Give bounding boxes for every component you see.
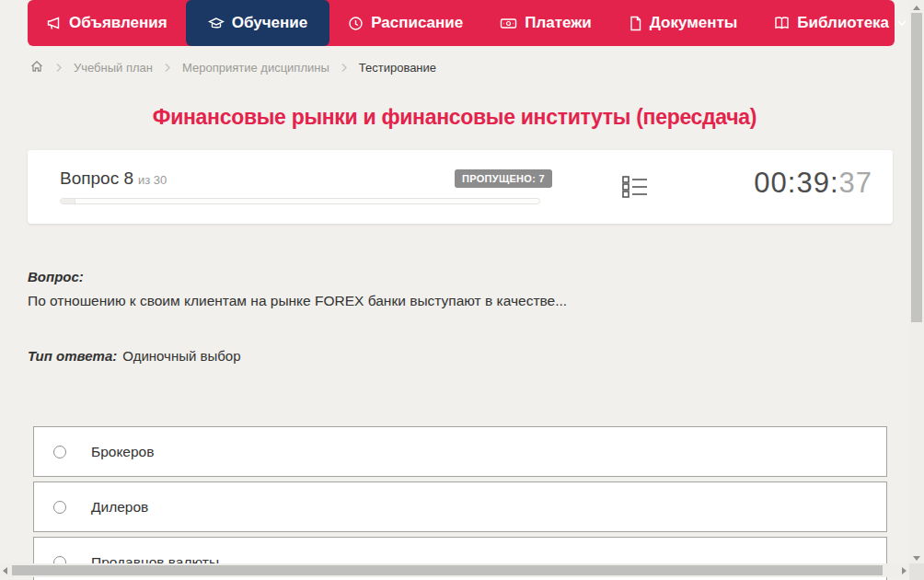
scrollbar-corner — [909, 563, 924, 580]
horizontal-scrollbar-thumb[interactable] — [12, 565, 883, 575]
scroll-right-icon[interactable] — [902, 567, 907, 574]
library-book-icon — [774, 16, 790, 30]
nav-item-label: Документы — [650, 14, 738, 32]
timer-seconds: 37 — [839, 167, 872, 199]
nav-item-label: Платежи — [525, 14, 592, 32]
nav-item-label: Расписание — [371, 14, 463, 32]
radio-button[interactable] — [53, 501, 66, 514]
answer-option-label: Брокеров — [91, 444, 154, 460]
answer-type-value: Одиночный выбор — [122, 348, 240, 364]
question-text: По отношению к своим клиентам на рынке F… — [28, 293, 884, 309]
answer-option-dealers[interactable]: Дилеров — [33, 481, 887, 532]
timer: 00:39:37 — [754, 167, 872, 200]
nav-item-payments[interactable]: Платежи — [481, 0, 610, 46]
nav-item-label: Библиотека — [797, 14, 889, 32]
question-number: Вопрос 8из 30 — [60, 168, 167, 189]
answer-options: Брокеров Дилеров Продавцов валюты — [33, 426, 887, 580]
question-label: Вопрос: — [28, 269, 84, 284]
breadcrumb-separator-icon — [164, 63, 171, 73]
question-number-label: Вопрос 8 — [60, 168, 133, 188]
megaphone-icon — [46, 16, 62, 31]
chevron-down-icon — [896, 19, 907, 27]
nav-item-documents[interactable]: Документы — [610, 0, 757, 46]
breadcrumb-item-testing: Тестирование — [359, 61, 436, 75]
nav-item-library[interactable]: Библиотека — [756, 0, 924, 46]
skipped-badge: ПРОПУЩЕНО: 7 — [455, 169, 552, 188]
page-title: Финансовые рынки и финансовые институты … — [0, 105, 909, 130]
nav-item-announcements[interactable]: Объявления — [28, 0, 186, 46]
nav-item-label: Обучение — [232, 14, 307, 32]
timer-minutes: 00:39: — [754, 167, 838, 199]
question-total: из 30 — [138, 173, 167, 187]
test-progress-bar — [60, 198, 540, 204]
breadcrumb-separator-icon — [341, 63, 348, 73]
clock-icon — [348, 16, 364, 31]
home-icon[interactable] — [29, 59, 44, 76]
main-navbar: Объявления Обучение Расписание — [28, 0, 895, 46]
radio-button[interactable] — [53, 446, 66, 458]
scroll-up-icon[interactable] — [913, 6, 920, 10]
graduation-cap-icon — [208, 16, 225, 31]
payments-icon — [500, 17, 517, 30]
answer-type: Тип ответа:Одиночный выбор — [28, 348, 241, 364]
test-progress-fill — [61, 199, 75, 203]
answer-option-label: Дилеров — [91, 499, 148, 516]
question-list-button[interactable] — [620, 172, 650, 205]
vertical-scrollbar-thumb[interactable] — [911, 13, 922, 322]
nav-item-label: Объявления — [69, 14, 167, 32]
answer-option-brokers[interactable]: Брокеров — [33, 426, 887, 477]
question-list-icon — [620, 189, 650, 204]
breadcrumb: Учебный план Мероприятие дисциплины Тест… — [29, 57, 436, 77]
answer-type-label: Тип ответа: — [28, 348, 117, 364]
scroll-left-icon[interactable] — [3, 567, 7, 574]
breadcrumb-item-curriculum[interactable]: Учебный план — [74, 61, 153, 75]
horizontal-scrollbar[interactable] — [0, 563, 909, 577]
scroll-down-icon[interactable] — [913, 556, 920, 561]
vertical-scrollbar[interactable] — [909, 0, 924, 580]
nav-item-learning[interactable]: Обучение — [186, 0, 329, 46]
document-icon — [629, 16, 642, 31]
breadcrumb-item-discipline-event[interactable]: Мероприятие дисциплины — [182, 61, 329, 75]
nav-item-schedule[interactable]: Расписание — [329, 0, 481, 46]
breadcrumb-separator-icon — [55, 63, 63, 73]
question-panel: Вопрос 8из 30 ПРОПУЩЕНО: 7 00:39:37 — [28, 150, 893, 224]
